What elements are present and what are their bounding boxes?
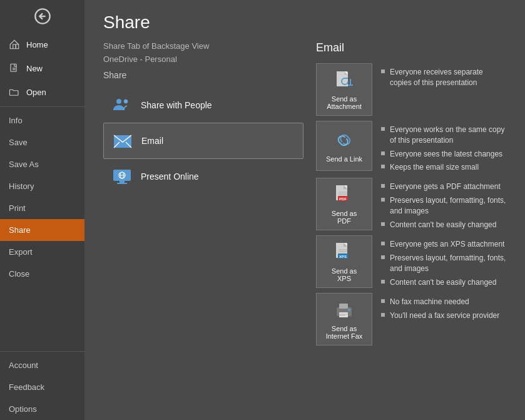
sidebar-item-save-as[interactable]: Save As bbox=[0, 153, 84, 175]
send-a-link-label: Send a Link bbox=[326, 155, 362, 163]
pdf-desc: Everyone gets a PDF attachment Preserves… bbox=[381, 178, 506, 230]
share-option-people[interactable]: Share with People bbox=[103, 88, 303, 123]
sidebar-item-new[interactable]: New bbox=[0, 56, 84, 80]
share-section-label: Share bbox=[103, 70, 303, 80]
sidebar-item-info-label: Info bbox=[9, 116, 23, 125]
pdf-bullet-3: Content can't be easily changed bbox=[381, 220, 506, 230]
link-desc: Everyone works on the same copy of this … bbox=[381, 121, 506, 173]
send-as-xps-label: Send as XPS bbox=[332, 267, 357, 282]
sidebar-item-save-as-label: Save As bbox=[9, 160, 39, 169]
pdf-bullet-1: Everyone gets a PDF attachment bbox=[381, 182, 506, 192]
bullet-dot bbox=[381, 280, 385, 284]
sidebar-item-export-label: Export bbox=[9, 247, 33, 257]
email-option-row-link: Send a Link Everyone works on the same c… bbox=[316, 121, 506, 173]
send-as-xps-button[interactable]: XPS Send as XPS bbox=[316, 235, 372, 288]
sidebar-item-open[interactable]: Open bbox=[0, 80, 84, 104]
email-section-title: Email bbox=[316, 41, 506, 54]
sidebar-item-print-label: Print bbox=[9, 203, 26, 213]
sidebar-item-close-label: Close bbox=[9, 269, 29, 279]
sidebar-item-new-label: New bbox=[26, 64, 43, 73]
email-option-row-fax: Send as Internet Fax No fax machine need… bbox=[316, 293, 506, 346]
share-with-people-label: Share with People bbox=[141, 100, 212, 110]
bullet-dot bbox=[381, 313, 385, 317]
xps-bullet-1: Everyone gets an XPS attachment bbox=[381, 239, 506, 250]
svg-point-32 bbox=[348, 309, 350, 311]
sidebar-item-save[interactable]: Save bbox=[0, 131, 84, 153]
sidebar-item-account-label: Account bbox=[9, 361, 38, 370]
bullet-dot bbox=[381, 222, 385, 226]
sidebar-item-account[interactable]: Account bbox=[0, 354, 84, 376]
bullet-dot bbox=[381, 242, 385, 245]
xps-bullet-2: Preserves layout, formatting, fonts, and… bbox=[381, 253, 506, 274]
sidebar-item-home-label: Home bbox=[26, 40, 48, 49]
send-as-internet-fax-button[interactable]: Send as Internet Fax bbox=[316, 293, 372, 346]
svg-point-5 bbox=[116, 99, 121, 104]
xps-desc: Everyone gets an XPS attachment Preserve… bbox=[381, 235, 506, 287]
sidebar-item-export[interactable]: Export bbox=[0, 241, 84, 263]
send-as-attachment-button[interactable]: Send as Attachment bbox=[316, 63, 372, 116]
sidebar-item-home[interactable]: Home bbox=[0, 33, 84, 56]
send-a-link-button[interactable]: Send a Link bbox=[316, 121, 372, 171]
bullet-dot bbox=[381, 184, 385, 188]
xps-bullet-3: Content can't be easily changed bbox=[381, 277, 506, 288]
sidebar-item-print[interactable]: Print bbox=[0, 197, 84, 219]
svg-rect-31 bbox=[339, 312, 348, 317]
fax-bullet-2: You'll need a fax service provider bbox=[381, 310, 499, 321]
sidebar-item-save-label: Save bbox=[9, 138, 28, 147]
fax-bullet-1: No fax machine needed bbox=[381, 297, 499, 307]
sidebar-item-options[interactable]: Options bbox=[0, 398, 84, 420]
share-option-email[interactable]: Email bbox=[103, 123, 303, 159]
sidebar-item-share-label: Share bbox=[9, 225, 31, 235]
sidebar-item-options-label: Options bbox=[9, 404, 37, 414]
share-option-present-online[interactable]: Present Online bbox=[103, 159, 303, 194]
attachment-desc: Everyone receives separate copies of thi… bbox=[381, 63, 506, 88]
sidebar-item-history[interactable]: History bbox=[0, 175, 84, 197]
svg-text:XPS: XPS bbox=[339, 255, 347, 259]
sidebar-item-info[interactable]: Info bbox=[0, 110, 84, 131]
link-bullet-1: Everyone works on the same copy of this … bbox=[381, 125, 506, 146]
svg-rect-2 bbox=[11, 64, 16, 71]
attachment-bullet-1: Everyone receives separate copies of thi… bbox=[381, 67, 506, 88]
svg-rect-30 bbox=[339, 304, 348, 309]
sidebar-item-close[interactable]: Close bbox=[0, 263, 84, 285]
svg-point-6 bbox=[124, 100, 128, 103]
send-as-internet-fax-label: Send as Internet Fax bbox=[326, 325, 363, 340]
email-option-row-attachment: Send as Attachment Everyone receives sep… bbox=[316, 63, 506, 116]
sidebar-item-feedback[interactable]: Feedback bbox=[0, 376, 84, 398]
sidebar: Home New Open Info Save Save As History … bbox=[0, 0, 84, 420]
onedrive-label: OneDrive - Personal bbox=[103, 54, 303, 64]
email-options-list: Send as Attachment Everyone receives sep… bbox=[316, 63, 506, 346]
main-header: Share bbox=[84, 0, 525, 41]
page-title: Share bbox=[103, 13, 506, 33]
link-bullet-3: Keeps the email size small bbox=[381, 162, 506, 173]
main-content: Share Share Tab of Backstage View OneDri… bbox=[84, 0, 525, 420]
share-present-online-label: Present Online bbox=[141, 172, 199, 182]
backstage-subtitle: Share Tab of Backstage View bbox=[103, 41, 303, 51]
back-button[interactable] bbox=[0, 0, 84, 33]
send-as-pdf-label: Send as PDF bbox=[332, 210, 357, 225]
bullet-dot bbox=[381, 69, 385, 73]
main-body: Share Tab of Backstage View OneDrive - P… bbox=[84, 41, 525, 420]
email-option-row-xps: XPS Send as XPS Everyone gets an XPS att… bbox=[316, 235, 506, 288]
share-email-label: Email bbox=[141, 136, 163, 146]
bullet-dot bbox=[381, 127, 385, 131]
email-option-row-pdf: PDF Send as PDF Everyone gets a PDF atta… bbox=[316, 178, 506, 230]
bullet-dot bbox=[381, 255, 385, 259]
fax-desc: No fax machine needed You'll need a fax … bbox=[381, 293, 499, 321]
right-panel: Email Send as Attachment bbox=[316, 41, 506, 420]
bullet-dot bbox=[381, 299, 385, 303]
left-panel: Share Tab of Backstage View OneDrive - P… bbox=[103, 41, 303, 420]
pdf-bullet-2: Preserves layout, formatting, fonts, and… bbox=[381, 195, 506, 217]
sidebar-item-feedback-label: Feedback bbox=[9, 382, 44, 392]
link-bullet-2: Everyone sees the latest changes bbox=[381, 149, 506, 160]
bullet-dot bbox=[381, 151, 385, 155]
svg-text:PDF: PDF bbox=[339, 197, 347, 201]
sidebar-item-open-label: Open bbox=[26, 88, 46, 97]
sidebar-item-share[interactable]: Share bbox=[0, 219, 84, 241]
sidebar-item-history-label: History bbox=[9, 182, 34, 191]
bullet-dot bbox=[381, 198, 385, 202]
send-as-attachment-label: Send as Attachment bbox=[327, 95, 362, 110]
bullet-dot bbox=[381, 165, 385, 168]
send-as-pdf-button[interactable]: PDF Send as PDF bbox=[316, 178, 372, 230]
